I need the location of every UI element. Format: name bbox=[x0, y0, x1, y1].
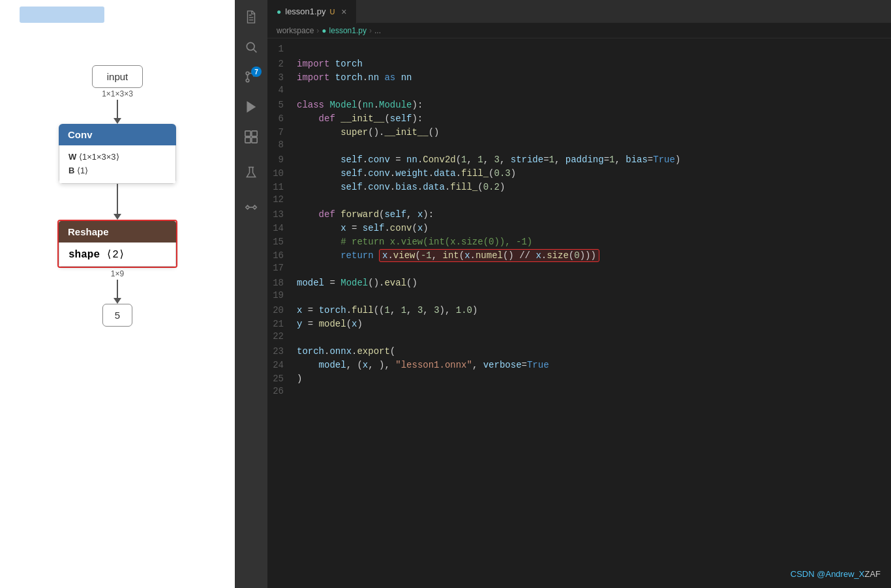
tab-filename: lesson1.py bbox=[285, 7, 325, 16]
svg-point-0 bbox=[247, 42, 254, 50]
code-line-13: 13 def forward(self, x): bbox=[267, 208, 891, 222]
svg-point-3 bbox=[246, 79, 249, 82]
code-line-5: 5 class Model(nn.Module): bbox=[267, 98, 891, 112]
source-control-icon[interactable]: 7 bbox=[239, 65, 263, 89]
input-node: input bbox=[92, 65, 143, 88]
breadcrumb-filename: lesson1.py bbox=[329, 26, 367, 35]
remote-icon[interactable] bbox=[239, 196, 263, 219]
code-line-10: 10 self.conv.weight.data.fill_(0.3) bbox=[267, 167, 891, 181]
extensions-icon[interactable] bbox=[239, 125, 263, 149]
code-line-6: 6 def __init__(self): bbox=[267, 112, 891, 126]
code-line-20: 20 x = torch.full((1, 1, 3, 3), 1.0) bbox=[267, 304, 891, 317]
conv-header: Conv bbox=[59, 124, 176, 145]
arrow-shaft-2 bbox=[117, 184, 118, 214]
left-panel: input 1×1×3×3 Conv W W ⟨1×1×3×3⟩⟨1×1×3×3… bbox=[0, 0, 235, 588]
arrow-shaft-3 bbox=[117, 280, 118, 298]
search-icon[interactable] bbox=[239, 35, 263, 59]
code-line-12: 12 bbox=[267, 194, 891, 208]
arrow-1: 1×1×3×3 bbox=[102, 88, 133, 124]
svg-rect-8 bbox=[252, 131, 257, 136]
breadcrumb-file-icon: ● bbox=[322, 26, 326, 35]
conv-node: Conv W W ⟨1×1×3×3⟩⟨1×1×3×3⟩ B ⟨1⟩ bbox=[59, 124, 176, 184]
code-line-8: 8 bbox=[267, 140, 891, 153]
svg-rect-7 bbox=[245, 131, 250, 136]
code-line-26: 26 bbox=[267, 386, 891, 400]
svg-rect-9 bbox=[245, 138, 250, 143]
code-line-14: 14 x = self.conv(x) bbox=[267, 222, 891, 235]
tab-status: U bbox=[329, 8, 335, 16]
svg-marker-5 bbox=[247, 102, 255, 112]
code-line-17: 17 bbox=[267, 263, 891, 276]
code-line-15: 15 # return x.view(int(x.size(0)), -1) bbox=[267, 235, 891, 249]
code-line-9: 9 self.conv = nn.Conv2d(1, 1, 3, stride=… bbox=[267, 153, 891, 167]
breadcrumb-workspace: workspace bbox=[277, 26, 314, 35]
arrow-head-2 bbox=[113, 214, 121, 220]
code-line-23: 23 torch.onnx.export( bbox=[267, 345, 891, 359]
code-line-16: 16 return x.view(-1, int(x.numel() // x.… bbox=[267, 249, 891, 263]
code-editor[interactable]: 1 2 import torch 3 import torch.nn as nn… bbox=[267, 38, 891, 588]
conv-param-w: W W ⟨1×1×3×3⟩⟨1×1×3×3⟩ bbox=[68, 151, 166, 164]
tab-bar: ● lesson1.py U × bbox=[267, 0, 891, 23]
code-line-24: 24 model, (x, ), "lesson1.onnx", verbose… bbox=[267, 359, 891, 372]
top-bar-placeholder bbox=[20, 7, 104, 23]
code-line-7: 7 super().__init__() bbox=[267, 126, 891, 140]
breadcrumb-dots: ... bbox=[374, 26, 381, 35]
code-line-2: 2 import torch bbox=[267, 57, 891, 71]
file-tab[interactable]: ● lesson1.py U × bbox=[267, 0, 357, 23]
reshape-header: Reshape bbox=[59, 221, 176, 243]
reshape-node: Reshape shape ⟨2⟩ bbox=[59, 221, 176, 267]
code-line-19: 19 bbox=[267, 290, 891, 304]
code-line-22: 22 bbox=[267, 331, 891, 345]
arrow-shaft-1 bbox=[117, 100, 118, 118]
source-control-badge: 7 bbox=[251, 66, 262, 77]
output-node: 5 bbox=[102, 304, 132, 327]
arrow-3: 1×9 bbox=[111, 268, 124, 304]
svg-point-2 bbox=[246, 72, 249, 75]
code-line-1: 1 bbox=[267, 44, 891, 57]
editor-area: ● lesson1.py U × workspace › ● lesson1.p… bbox=[267, 0, 891, 588]
arrow-head-3 bbox=[113, 298, 121, 304]
watermark: CSDN @Andrew_XZAF bbox=[791, 569, 881, 579]
test-icon[interactable] bbox=[239, 160, 263, 184]
tab-close-button[interactable]: × bbox=[341, 7, 346, 17]
files-icon[interactable] bbox=[239, 5, 263, 29]
svg-line-1 bbox=[254, 50, 257, 53]
code-line-3: 3 import torch.nn as nn bbox=[267, 71, 891, 85]
reshape-param: shape ⟨2⟩ bbox=[68, 248, 166, 261]
svg-rect-10 bbox=[252, 138, 257, 143]
breadcrumb-sep-1: › bbox=[316, 26, 319, 35]
code-line-25: 25 ) bbox=[267, 372, 891, 386]
reshape-body: shape ⟨2⟩ bbox=[59, 243, 176, 267]
breadcrumb-sep-2: › bbox=[369, 26, 372, 35]
conv-param-b: B ⟨1⟩ bbox=[68, 164, 166, 178]
nn-diagram: input 1×1×3×3 Conv W W ⟨1×1×3×3⟩⟨1×1×3×3… bbox=[57, 65, 177, 327]
code-line-18: 18 model = Model().eval() bbox=[267, 276, 891, 290]
code-line-4: 4 bbox=[267, 85, 891, 98]
tab-file-icon: ● bbox=[277, 7, 281, 16]
conv-body: W W ⟨1×1×3×3⟩⟨1×1×3×3⟩ B ⟨1⟩ bbox=[59, 145, 176, 184]
run-icon[interactable] bbox=[239, 95, 263, 119]
code-line-11: 11 self.conv.bias.data.fill_(0.2) bbox=[267, 181, 891, 194]
code-line-21: 21 y = model(x) bbox=[267, 317, 891, 331]
activity-bar: 7 bbox=[235, 0, 267, 588]
arrow-2 bbox=[113, 184, 121, 220]
breadcrumb: workspace › ● lesson1.py › ... bbox=[267, 23, 891, 38]
arrow-head-1 bbox=[113, 118, 121, 124]
reshape-wrapper: Reshape shape ⟨2⟩ bbox=[57, 220, 177, 268]
